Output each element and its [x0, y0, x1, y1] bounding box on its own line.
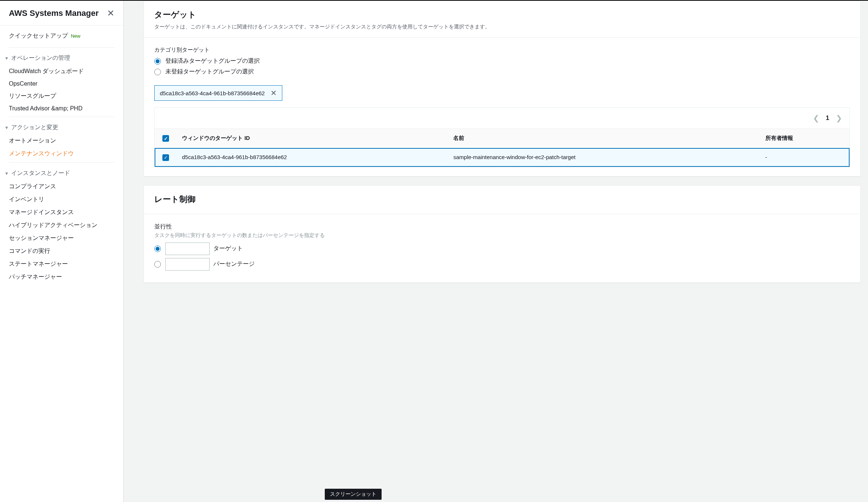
sidebar-item-maintenance-windows[interactable]: メンテナンスウィンドウ — [9, 147, 114, 160]
radio-unregistered[interactable] — [154, 69, 161, 75]
sidebar-item-resource-groups[interactable]: リソースグループ — [9, 90, 114, 103]
radio-unregistered-label[interactable]: 未登録ターゲットグループの選択 — [165, 68, 254, 76]
col-name[interactable]: 名前 — [448, 129, 760, 148]
selected-token: d5ca18c3-a563-4ca4-961b-b87356684e62 ✕ — [154, 85, 282, 101]
sidebar-item-trusted-advisor[interactable]: Trusted Advisor &amp; PHD — [9, 103, 114, 114]
category-label: カテゴリ別ターゲット — [154, 47, 850, 54]
sidebar-item-automation[interactable]: オートメーション — [9, 134, 114, 147]
targets-desc: ターゲットは、このドキュメントに関連付けるインスタンスです。マネージドインスタン… — [154, 23, 850, 31]
targets-table-container: ❮ 1 ❯ ✓ ウィンドウのターゲット ID 名前 — [154, 107, 850, 167]
sidebar-title: AWS Systems Manager — [9, 8, 99, 18]
sidebar-item-compliance[interactable]: コンプライアンス — [9, 180, 114, 193]
cell-name: sample-maintenance-window-for-ec2-patch-… — [448, 148, 760, 167]
radio-registered[interactable] — [154, 58, 161, 65]
select-all-checkbox[interactable]: ✓ — [162, 135, 169, 142]
sidebar-item-inventory[interactable]: インベントリ — [9, 193, 114, 206]
sidebar-item-session-manager[interactable]: セッションマネージャー — [9, 232, 114, 245]
divider — [9, 117, 114, 117]
table-row[interactable]: ✓ d5ca18c3-a563-4ca4-961b-b87356684e62 s… — [155, 148, 850, 167]
targets-table: ✓ ウィンドウのターゲット ID 名前 所有者情報 ✓ — [155, 128, 850, 167]
sidebar-group-label: アクションと変更 — [11, 124, 58, 131]
screenshot-tooltip: スクリーンショット — [325, 489, 382, 500]
page-number: 1 — [826, 114, 829, 122]
rate-control-panel: レート制御 並行性 タスクを同時に実行するターゲットの数またはパーセンテージを指… — [144, 185, 861, 283]
targets-panel: ターゲット ターゲットは、このドキュメントに関連付けるインスタンスです。マネージ… — [144, 1, 861, 176]
sidebar-group-instances[interactable]: ▼ インスタンスとノード — [0, 165, 123, 180]
caret-down-icon: ▼ — [4, 125, 9, 130]
concurrency-desc: タスクを同時に実行するターゲットの数またはパーセンテージを指定する — [154, 232, 850, 239]
radio-registered-label[interactable]: 登録済みターゲットグループの選択 — [165, 57, 260, 65]
sidebar-item-opscenter[interactable]: OpsCenter — [9, 78, 114, 90]
sidebar-item-run-command[interactable]: コマンドの実行 — [9, 245, 114, 258]
col-owner[interactable]: 所有者情報 — [760, 129, 850, 148]
cell-owner: - — [760, 148, 850, 167]
sidebar-group-label: オペレーションの管理 — [11, 54, 70, 62]
sidebar-item-patch-manager[interactable]: パッチマネージャー — [9, 271, 114, 283]
caret-down-icon: ▼ — [4, 171, 9, 176]
radio-percentage-label[interactable]: パーセンテージ — [213, 260, 255, 268]
radio-targets-label[interactable]: ターゲット — [213, 245, 243, 252]
sidebar-item-hybrid-activations[interactable]: ハイブリッドアクティベーション — [9, 219, 114, 232]
row-checkbox[interactable]: ✓ — [162, 154, 169, 161]
sidebar-item-state-manager[interactable]: ステートマネージャー — [9, 258, 114, 271]
sidebar-group-actions[interactable]: ▼ アクションと変更 — [0, 119, 123, 134]
cell-target-id: d5ca18c3-a563-4ca4-961b-b87356684e62 — [177, 148, 448, 167]
radio-targets[interactable] — [154, 245, 161, 252]
radio-percentage[interactable] — [154, 261, 161, 268]
col-target-id[interactable]: ウィンドウのターゲット ID — [177, 129, 448, 148]
targets-count-input[interactable] — [165, 243, 210, 255]
percentage-input[interactable] — [165, 258, 210, 271]
sidebar-group-label: インスタンスとノード — [11, 169, 70, 177]
next-page-icon[interactable]: ❯ — [836, 114, 842, 123]
concurrency-label: 並行性 — [154, 223, 850, 231]
rate-title: レート制御 — [154, 194, 850, 205]
sidebar-item-quick-setup[interactable]: クイックセットアップ — [9, 32, 68, 39]
sidebar: AWS Systems Manager ✕ クイックセットアップ New ▼ オ… — [0, 1, 124, 502]
main-content: ターゲット ターゲットは、このドキュメントに関連付けるインスタンスです。マネージ… — [124, 1, 868, 502]
divider — [9, 47, 114, 48]
close-icon[interactable]: ✕ — [107, 8, 114, 18]
new-badge: New — [71, 33, 80, 39]
targets-title: ターゲット — [154, 9, 850, 20]
prev-page-icon[interactable]: ❮ — [813, 114, 819, 123]
sidebar-item-cloudwatch[interactable]: CloudWatch ダッシュボード — [9, 65, 114, 78]
caret-down-icon: ▼ — [4, 56, 9, 61]
token-text: d5ca18c3-a563-4ca4-961b-b87356684e62 — [160, 90, 265, 96]
sidebar-item-managed-instances[interactable]: マネージドインスタンス — [9, 206, 114, 219]
remove-token-icon[interactable]: ✕ — [271, 89, 277, 97]
sidebar-group-operations[interactable]: ▼ オペレーションの管理 — [0, 50, 123, 65]
divider — [9, 162, 114, 163]
pagination: ❮ 1 ❯ — [813, 114, 842, 123]
